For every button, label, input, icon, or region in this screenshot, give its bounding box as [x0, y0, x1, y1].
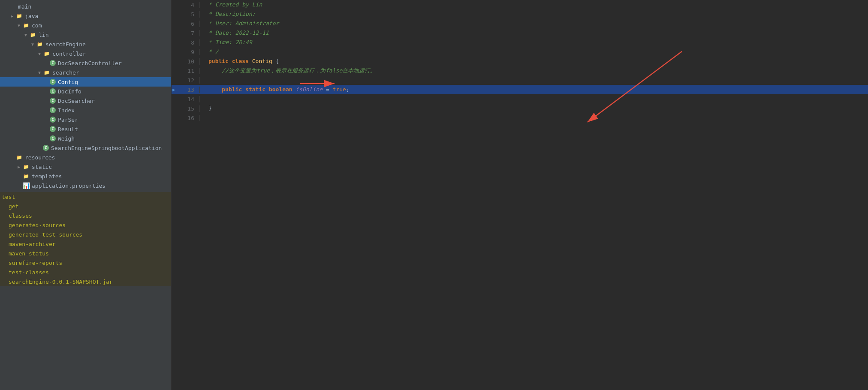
- code-line-6[interactable]: 6* User: Administrator: [172, 19, 868, 28]
- tree-item-label: java: [25, 13, 38, 19]
- olive-item-label: surefire-reports: [9, 260, 62, 266]
- tree-arrow-icon[interactable]: ▶: [15, 165, 22, 169]
- code-line-13[interactable]: ▶13 public static boolean isOnline = tru…: [172, 85, 868, 94]
- line-content: * Description:: [200, 9, 868, 19]
- tree-item-java-folder[interactable]: ▶📁java: [0, 11, 171, 21]
- file-tree[interactable]: main▶📁java▼📁com▼📁lin▼📁searchEngine▼📁cont…: [0, 0, 172, 390]
- tree-item-label: Weigh: [58, 135, 75, 142]
- class-icon: C: [50, 135, 56, 141]
- olive-item-generated-test-sources-item[interactable]: generated-test-sources: [0, 230, 171, 239]
- tree-item-controller-folder[interactable]: ▼📁controller: [0, 49, 171, 58]
- tree-item-searchEngine-folder[interactable]: ▼📁searchEngine: [0, 39, 171, 49]
- tree-item-SearchEngineApp[interactable]: CSearchEngineSpringbootApplication: [0, 143, 171, 153]
- tree-item-label: controller: [52, 51, 86, 57]
- olive-item-classes-item[interactable]: classes: [0, 211, 171, 220]
- olive-item-test-header[interactable]: test: [0, 192, 171, 201]
- tree-item-templates-folder[interactable]: 📁templates: [0, 171, 171, 181]
- tree-item-main-header[interactable]: main: [0, 2, 171, 11]
- code-line-16[interactable]: 16: [172, 113, 868, 123]
- code-line-7[interactable]: 7* Date: 2022-12-11: [172, 28, 868, 38]
- olive-item-label: generated-test-sources: [9, 231, 82, 238]
- tree-item-label: Index: [58, 107, 75, 114]
- tree-item-Config[interactable]: CConfig: [0, 77, 171, 87]
- olive-item-get-item[interactable]: get: [0, 201, 171, 211]
- tree-item-label: Config: [58, 79, 78, 85]
- code-line-5[interactable]: 5* Description:: [172, 9, 868, 19]
- line-number: 9: [178, 49, 200, 55]
- class-icon: C: [50, 98, 56, 104]
- tree-item-static-folder[interactable]: ▶📁static: [0, 162, 171, 171]
- class-icon: C: [50, 60, 56, 66]
- line-content: * Time: 20:49: [200, 38, 868, 47]
- class-icon: C: [50, 117, 56, 123]
- line-content: * Created by Lin: [200, 0, 868, 9]
- code-line-12[interactable]: 12: [172, 75, 868, 85]
- tree-item-label: DocInfo: [58, 88, 81, 95]
- tree-item-searcher-folder[interactable]: ▼📁searcher: [0, 68, 171, 77]
- tree-item-label: DocSearcher: [58, 98, 95, 104]
- olive-item-label: maven-status: [9, 250, 49, 257]
- class-icon: C: [43, 145, 49, 151]
- tree-item-label: static: [32, 164, 52, 170]
- olive-item-maven-archiver-item[interactable]: maven-archiver: [0, 239, 171, 249]
- line-number: 10: [178, 58, 200, 65]
- code-line-8[interactable]: 8* Time: 20:49: [172, 38, 868, 47]
- code-line-14[interactable]: 14: [172, 94, 868, 104]
- olive-item-surefire-reports-item[interactable]: surefire-reports: [0, 258, 171, 267]
- line-number: 16: [178, 115, 200, 121]
- tree-item-application-props[interactable]: 📊application.properties: [0, 181, 171, 190]
- tree-item-lin-folder[interactable]: ▼📁lin: [0, 30, 171, 39]
- tree-arrow-icon[interactable]: ▼: [15, 23, 22, 28]
- line-number: 5: [178, 11, 200, 18]
- tree-item-label: DocSearchController: [58, 60, 122, 66]
- folder-icon: 📁: [15, 155, 23, 160]
- code-line-9[interactable]: 9* /: [172, 47, 868, 57]
- tree-item-resources-folder[interactable]: 📁resources: [0, 153, 171, 162]
- tree-item-Result[interactable]: CResult: [0, 124, 171, 134]
- olive-item-label: get: [9, 203, 18, 210]
- tree-item-label: SearchEngineSpringbootApplication: [51, 145, 162, 151]
- tree-item-label: ParSer: [58, 117, 78, 123]
- line-number: 15: [178, 105, 200, 112]
- olive-item-label: classes: [9, 213, 32, 219]
- olive-item-label: generated-sources: [9, 222, 66, 228]
- editor-scroll[interactable]: 4* Created by Lin5* Description:6* User:…: [172, 0, 868, 390]
- tree-item-DocSearcher[interactable]: CDocSearcher: [0, 96, 171, 105]
- tree-arrow-icon[interactable]: ▼: [29, 42, 36, 47]
- olive-item-test-classes-item[interactable]: test-classes: [0, 267, 171, 277]
- tree-item-label: lin: [39, 32, 48, 38]
- tree-item-DocInfo[interactable]: CDocInfo: [0, 87, 171, 96]
- tree-item-ParSer[interactable]: CParSer: [0, 115, 171, 124]
- tree-item-Weigh[interactable]: CWeigh: [0, 134, 171, 143]
- line-number: 4: [178, 2, 200, 8]
- code-area: 4* Created by Lin5* Description:6* User:…: [172, 0, 868, 390]
- tree-item-DocSearchController[interactable]: CDocSearchController: [0, 58, 171, 68]
- tree-item-label: templates: [32, 173, 62, 180]
- olive-item-searchengine-jar-item[interactable]: searchEngine-0.0.1-SNAPSHOT.jar: [0, 277, 171, 286]
- class-icon: C: [50, 79, 56, 85]
- line-content: [200, 75, 868, 85]
- line-number: 8: [178, 39, 200, 46]
- tree-arrow-icon[interactable]: ▼: [22, 33, 29, 37]
- olive-item-label: test: [2, 194, 15, 200]
- line-number: 6: [178, 21, 200, 27]
- tree-item-Index[interactable]: CIndex: [0, 105, 171, 115]
- tree-item-com-folder[interactable]: ▼📁com: [0, 21, 171, 30]
- tree-arrow-icon[interactable]: ▼: [36, 70, 43, 75]
- line-number: 7: [178, 30, 200, 36]
- code-line-4[interactable]: 4* Created by Lin: [172, 0, 868, 9]
- code-line-11[interactable]: 11 //这个变量为true，表示在服务运行，为false在本地运行。: [172, 66, 868, 75]
- tree-arrow-icon[interactable]: ▶: [9, 14, 15, 18]
- olive-item-maven-status-item[interactable]: maven-status: [0, 249, 171, 258]
- code-line-15[interactable]: 15}: [172, 104, 868, 113]
- tree-item-label: searchEngine: [45, 41, 86, 48]
- folder-icon: 📁: [22, 174, 30, 179]
- tree-item-label: searcher: [52, 69, 79, 76]
- olive-item-label: searchEngine-0.0.1-SNAPSHOT.jar: [9, 279, 113, 285]
- code-line-10[interactable]: 10public class Config {: [172, 57, 868, 66]
- tree-arrow-icon[interactable]: ▼: [36, 51, 43, 56]
- class-icon: C: [50, 126, 56, 132]
- tree-item-label: com: [32, 22, 42, 29]
- olive-item-generated-sources-item[interactable]: generated-sources: [0, 220, 171, 230]
- olive-item-label: maven-archiver: [9, 241, 56, 247]
